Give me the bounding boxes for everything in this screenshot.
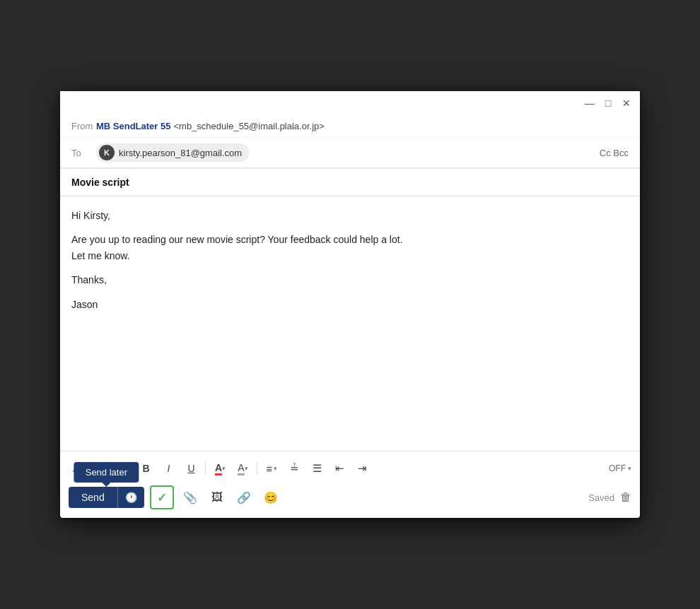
fontcolor-chevron-icon: ▾: [222, 465, 226, 472]
spell-check-toggle[interactable]: OFF ▾: [609, 463, 631, 473]
bold-button[interactable]: B: [136, 459, 156, 478]
delete-draft-button[interactable]: 🗑: [620, 491, 631, 504]
subject-row[interactable]: Movie script: [60, 168, 640, 196]
compose-window: — □ ✕ From MB SendLater 55 <mb_schedule_…: [60, 91, 640, 518]
email-header: From MB SendLater 55 <mb_schedule_55@ima…: [60, 115, 640, 168]
separator-2: [205, 462, 206, 475]
saved-status: Saved 🗑: [588, 491, 631, 504]
align-icon: ≡: [266, 463, 272, 475]
emoji-icon: 😊: [264, 491, 278, 504]
send-group: Send later Send 🕐: [69, 487, 144, 508]
font-color-icon: A: [215, 462, 222, 473]
from-label: From: [71, 121, 96, 131]
send-later-button[interactable]: 🕐: [117, 487, 144, 508]
align-chevron-icon: ▾: [274, 465, 277, 472]
underline-button[interactable]: U: [181, 459, 201, 478]
unordered-list-icon: ☰: [313, 462, 322, 475]
fontsize-chevron-icon: ▾: [119, 465, 122, 472]
decrease-indent-button[interactable]: ⇤: [329, 459, 349, 478]
link-icon: 🔗: [237, 491, 251, 504]
highlight-underline: [238, 473, 244, 475]
toolbar-area: Arial ▾ 10 ▾ B I U A ▾: [60, 451, 640, 518]
ordered-list-icon: ≟: [290, 462, 299, 475]
font-size-value: 10: [107, 463, 117, 474]
paperclip-icon: 📎: [183, 491, 197, 504]
unordered-list-button[interactable]: ☰: [307, 459, 327, 478]
separator-1: [131, 462, 132, 475]
ordered-list-button[interactable]: ≟: [284, 459, 304, 478]
to-label: To: [71, 148, 96, 158]
font-size-selector[interactable]: 10 ▾: [103, 461, 127, 477]
cc-bcc-button[interactable]: Cc Bcc: [600, 148, 629, 158]
maximize-button[interactable]: □: [602, 97, 614, 110]
subject-text: Movie script: [71, 177, 129, 188]
image-icon: 🖼: [211, 491, 223, 504]
font-color-button[interactable]: A ▾: [210, 459, 230, 478]
font-selector[interactable]: Arial ▾: [69, 461, 100, 477]
insert-image-button[interactable]: 🖼: [206, 487, 228, 508]
highlight-chevron-icon: ▾: [245, 465, 248, 472]
close-button[interactable]: ✕: [620, 97, 633, 110]
check-button[interactable]: ✓: [150, 485, 174, 509]
title-bar: — □ ✕: [60, 91, 640, 115]
separator-3: [257, 462, 257, 475]
attach-file-button[interactable]: 📎: [180, 487, 201, 508]
body-closing: Thanks,: [71, 272, 629, 288]
highlight-button[interactable]: A ▾: [233, 459, 252, 478]
insert-link-button[interactable]: 🔗: [233, 487, 255, 508]
check-icon: ✓: [157, 491, 166, 504]
font-chevron-icon: ▾: [93, 465, 96, 472]
minimize-button[interactable]: —: [583, 97, 596, 110]
sender-name: MB SendLater 55: [96, 121, 170, 131]
send-label: Send: [81, 492, 105, 503]
italic-button[interactable]: I: [158, 459, 178, 478]
email-body[interactable]: Hi Kirsty, Are you up to reading our new…: [60, 196, 640, 451]
body-paragraph1: Are you up to reading our new movie scri…: [71, 232, 629, 264]
formatting-bar: Arial ▾ 10 ▾ B I U A ▾: [69, 456, 631, 481]
avatar: K: [99, 145, 115, 160]
align-button[interactable]: ≡ ▾: [262, 460, 281, 478]
increase-indent-button[interactable]: ⇥: [352, 459, 372, 478]
off-chevron-icon: ▾: [628, 465, 631, 472]
sender-email: <mb_schedule_55@imail.plala.or.jp>: [173, 121, 324, 131]
from-row: From MB SendLater 55 <mb_schedule_55@ima…: [60, 115, 640, 138]
decrease-indent-icon: ⇤: [335, 462, 344, 475]
body-signature: Jason: [71, 297, 629, 312]
to-row: To K kirsty.pearson_81@gmail.com Cc Bcc: [60, 138, 640, 167]
saved-text: Saved: [588, 492, 614, 503]
body-greeting: Hi Kirsty,: [71, 208, 629, 223]
insert-emoji-button[interactable]: 😊: [260, 487, 281, 508]
window-controls: — □ ✕: [583, 97, 633, 110]
font-color-underline: [215, 473, 222, 475]
actions-bar: Send later Send 🕐 ✓ 📎 🖼 🔗: [69, 481, 631, 514]
off-label: OFF: [609, 463, 626, 473]
recipient-chip[interactable]: K kirsty.pearson_81@gmail.com: [96, 143, 249, 162]
clock-icon: 🕐: [125, 492, 137, 503]
highlight-icon: A: [238, 462, 244, 473]
recipient-email: kirsty.pearson_81@gmail.com: [119, 148, 242, 158]
increase-indent-icon: ⇥: [358, 462, 367, 475]
send-button[interactable]: Send: [69, 487, 117, 508]
font-name: Arial: [73, 463, 91, 474]
